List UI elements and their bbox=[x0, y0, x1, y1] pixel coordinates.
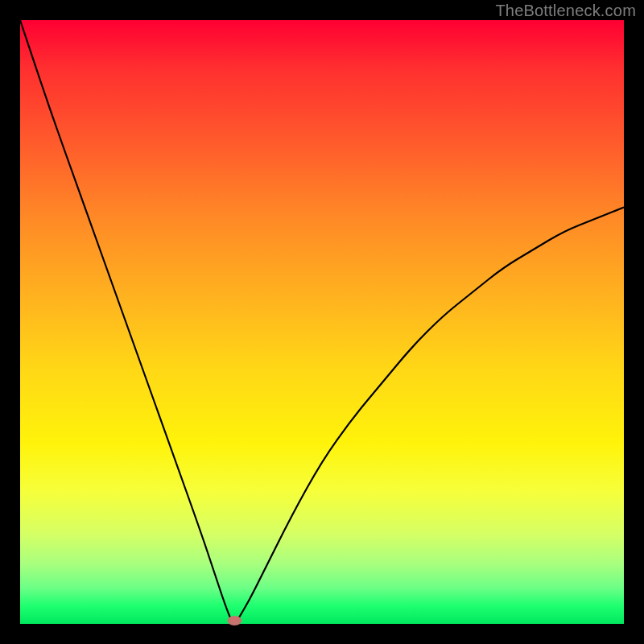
chart-frame: TheBottleneck.com bbox=[0, 0, 644, 644]
plot-svg bbox=[20, 20, 624, 624]
curve-path bbox=[20, 20, 624, 623]
watermark-text: TheBottleneck.com bbox=[495, 2, 636, 20]
minimum-marker bbox=[227, 616, 242, 625]
plot-area bbox=[20, 20, 624, 624]
